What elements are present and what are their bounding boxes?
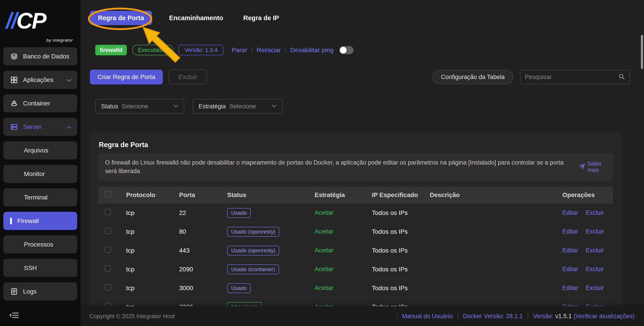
panel-title: Regra de Porta — [99, 141, 613, 149]
delete-link[interactable]: Excluir — [586, 228, 604, 235]
apps-icon — [10, 76, 18, 84]
table-row: tcp 443 Usado (openresty) Aceitar Todos … — [98, 241, 613, 260]
cell-protocol: tcp — [126, 228, 179, 235]
divider — [397, 313, 397, 319]
cell-port: 443 — [179, 247, 227, 254]
server-icon — [10, 123, 18, 131]
cell-port: 22 — [179, 209, 227, 217]
sidebar-item-logs[interactable]: Logs — [3, 282, 77, 300]
sidebar-item-firewall[interactable]: Firewall — [3, 212, 77, 230]
col-header-status: Status — [227, 192, 314, 199]
edit-link[interactable]: Editar — [562, 228, 578, 235]
docker-version-link[interactable]: Docker Versão: 28.1.1 — [463, 313, 523, 320]
create-port-rule-button[interactable]: Criar Regra de Porta — [90, 70, 163, 84]
cell-protocol: tcp — [126, 266, 179, 273]
tab-encaminhamento[interactable]: Encaminhamento — [166, 11, 226, 25]
restart-service-link[interactable]: Reiniciar — [256, 47, 281, 54]
cell-ip: Todos os IPs — [372, 285, 430, 292]
sidebar-item-label: Container — [23, 100, 50, 107]
table-row: tcp 3000 Usado Aceitar Todos os IPs Edit… — [98, 278, 613, 297]
cell-ip: Todos os IPs — [372, 247, 430, 254]
main-content: Regra de Porta Encaminhamento Regra de I… — [80, 0, 644, 326]
send-icon — [580, 164, 585, 170]
strategy-filter-select[interactable]: Estratégia Selecione — [193, 99, 283, 114]
learn-more-link[interactable]: Saiba mais — [580, 160, 606, 174]
delete-link[interactable]: Excluir — [586, 266, 604, 273]
cell-port: 80 — [179, 228, 227, 235]
sidebar-item-label: Arquivos — [24, 147, 48, 154]
table-row: tcp 80 Usado (openresty) Aceitar Todos o… — [98, 222, 613, 241]
row-checkbox[interactable] — [105, 284, 111, 290]
sidebar-item-server[interactable]: Server — [3, 118, 77, 136]
check-updates-link[interactable]: (Verificar atualizações) — [574, 313, 634, 320]
delete-button[interactable]: Excluir — [168, 70, 207, 84]
cell-ip: Todos os IPs — [372, 209, 430, 217]
sidebar-item-terminal[interactable]: Terminal — [3, 188, 77, 206]
status-filter-value: Selecione — [122, 103, 148, 110]
delete-link[interactable]: Excluir — [586, 247, 604, 254]
toggle-knob — [340, 47, 346, 54]
delete-link[interactable]: Excluir — [586, 209, 604, 216]
cell-strategy: Aceitar — [314, 285, 372, 291]
row-checkbox[interactable] — [105, 265, 111, 272]
table-config-button[interactable]: Configuração da Tabela — [432, 70, 513, 84]
port-rules-table: Protocolo Porta Status Estratégia IP Esp… — [98, 187, 613, 316]
sidebar-item-label: Processos — [24, 241, 53, 248]
logo-text: CP — [16, 8, 46, 33]
notice-text: O firewall do Linux firewalld não pode d… — [105, 158, 571, 176]
search-box[interactable] — [520, 70, 630, 84]
cell-port: 2090 — [179, 266, 227, 273]
search-icon — [618, 73, 625, 81]
active-indicator-bar — [10, 218, 12, 224]
divider — [285, 47, 286, 53]
disable-ping-link[interactable]: Desabilitar ping — [290, 47, 334, 54]
scrollbar-thumb[interactable] — [641, 35, 643, 69]
cell-strategy: Aceitar — [314, 247, 372, 254]
row-checkbox[interactable] — [105, 209, 111, 215]
sidebar-item-aplicacoes[interactable]: Aplicações — [3, 71, 77, 89]
search-input[interactable] — [525, 74, 618, 81]
stop-service-link[interactable]: Parar — [232, 47, 247, 54]
chevron-down-icon — [272, 104, 277, 108]
select-all-checkbox[interactable] — [105, 191, 111, 197]
divider — [528, 313, 528, 319]
col-header-operations: Operações — [562, 192, 613, 199]
user-manual-link[interactable]: Manual do Usuário — [402, 313, 453, 320]
tab-regra-de-porta[interactable]: Regra de Porta — [90, 11, 152, 25]
edit-link[interactable]: Editar — [562, 209, 578, 216]
cell-strategy: Aceitar — [314, 209, 372, 216]
firewall-notice: O firewall do Linux firewalld não pode d… — [98, 153, 613, 181]
ping-toggle[interactable] — [339, 46, 354, 54]
copyright-text: Copyright © 2025 Integrator Host — [90, 313, 175, 320]
edit-link[interactable]: Editar — [562, 285, 578, 291]
sidebar-item-arquivos[interactable]: Arquivos — [3, 141, 77, 159]
version-label: Versão: — [533, 313, 554, 320]
sidebar-item-banco-de-dados[interactable]: Banco de Dados — [3, 47, 77, 65]
sidebar-item-ssh[interactable]: SSH — [3, 259, 77, 277]
status-filter-select[interactable]: Status Selecione — [95, 99, 184, 114]
status-badge: Usado (openresty) — [227, 227, 279, 237]
app-logo: //CP by integrator — [0, 0, 80, 46]
table-row: tcp 22 Usado Aceitar Todos os IPs Editar… — [98, 203, 613, 222]
edit-link[interactable]: Editar — [562, 247, 578, 254]
sidebar-item-processos[interactable]: Processos — [3, 235, 77, 253]
version-value: v1.5.1 — [555, 313, 572, 320]
cell-ip: Todos os IPs — [372, 266, 430, 273]
sidebar-item-monitor[interactable]: Monitor — [3, 165, 77, 183]
sidebar-item-label: Monitor — [24, 171, 45, 178]
col-header-description: Descrição — [430, 192, 562, 199]
tab-regra-de-ip[interactable]: Regra de IP — [240, 11, 282, 25]
col-header-ip: IP Especificado — [372, 192, 430, 199]
sidebar-item-label: Banco de Dados — [23, 53, 69, 60]
status-badge: Usado (icontainer) — [227, 264, 279, 274]
col-header-protocol: Protocolo — [126, 192, 179, 199]
divider — [252, 47, 252, 53]
delete-link[interactable]: Excluir — [586, 285, 604, 291]
service-name-badge: firewalld — [95, 45, 127, 55]
sidebar-collapse-button[interactable] — [10, 312, 19, 320]
learn-more-label: Saiba mais — [588, 160, 604, 174]
row-checkbox[interactable] — [105, 247, 111, 253]
row-checkbox[interactable] — [105, 228, 111, 234]
edit-link[interactable]: Editar — [562, 266, 578, 273]
sidebar-item-container[interactable]: Container — [3, 94, 77, 112]
